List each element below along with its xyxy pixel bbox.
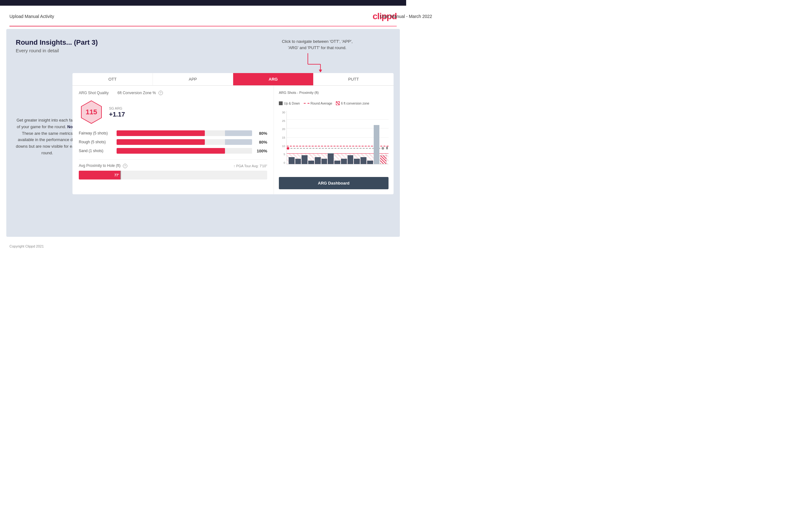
proximity-label-text: Avg Proximity to Hole (ft) [79,163,120,168]
pga-avg: ↑ PGA Tour Avg: 7'10" [234,164,267,168]
svg-marker-3 [319,70,322,72]
legend-round-avg: Round Average [304,102,333,105]
pct-fairway: 80% [255,131,267,136]
proximity-bar: 77' [79,171,267,179]
proximity-header: Avg Proximity to Hole (ft) ? ↑ PGA Tour … [79,163,267,168]
y-label-0: 0 [284,161,285,164]
top-bar [0,0,406,6]
card-body: ARG Shot Quality 6ft Conversion Zone % ?… [72,86,394,194]
nav-hint: Click to navigate between 'OTT', 'APP','… [282,39,353,72]
header-center-label: User Manual - March 2022 [380,14,406,19]
y-label-5: 5 [284,153,285,156]
bar-1 [289,157,295,164]
chart-title: ARG Shots - Proximity (ft) [279,91,319,95]
pct-rough: 80% [255,140,267,145]
header-left-label: Upload Manual Activity [9,14,54,19]
shot-row-sand: Sand (1 shots) 100% [79,148,267,154]
proximity-label: Avg Proximity to Hole (ft) ? [79,163,127,168]
nav-arrow [282,53,353,72]
bar-bg-rough [225,139,252,145]
proximity-bar-fill: 77' [79,171,120,179]
y-label-15: 15 [282,136,285,139]
legend-up-down: Up & Down [279,101,300,105]
tab-ott[interactable]: OTT [72,73,153,86]
chart-area: 30 25 20 15 10 5 0 [279,111,389,174]
nav-hint-text: Click to navigate between 'OTT', 'APP','… [282,39,353,50]
bar-9 [341,159,347,164]
proximity-section: Avg Proximity to Hole (ft) ? ↑ PGA Tour … [79,159,267,179]
section-header: ARG Shot Quality 6ft Conversion Zone % ? [79,91,267,95]
shot-row-fairway: Fairway (5 shots) 80% [79,130,267,136]
y-label-10: 10 [282,145,285,148]
right-panel: ARG Shots - Proximity (ft) Up & Down Rou… [274,86,394,194]
y-label-20: 20 [282,127,285,131]
tab-putt[interactable]: PUTT [313,73,394,86]
shot-row-rough: Rough (5 shots) 80% [79,139,267,145]
tab-arg[interactable]: ARG [233,73,313,86]
bar-8 [334,161,340,164]
chart-yaxis: 30 25 20 15 10 5 0 [279,111,287,164]
bar-14-tall [374,125,380,164]
y-label-30: 30 [282,111,285,114]
legend-conversion: 6 ft conversion zone [336,101,369,105]
legend-label-updown: Up & Down [284,102,300,105]
shot-rows: Fairway (5 shots) 80% Rough (5 shots) [79,130,267,154]
bar-10 [348,155,354,164]
sg-label: SG ARG [109,106,125,110]
chart-legend: Up & Down Round Average 6 ft conversion … [279,101,369,105]
sg-container: SG ARG +1.17 [109,106,125,118]
bar-4 [308,161,314,164]
legend-label-conversion: 6 ft conversion zone [341,102,369,105]
legend-hatched-icon [336,101,340,105]
copyright: Copyright Clippd 2021 [9,244,44,248]
bar-fill-rough [116,139,205,145]
bar-13 [367,161,373,164]
bar-12 [360,157,366,164]
hexagon-container: 115 SG ARG +1.17 [79,100,267,125]
bar-rough [116,139,252,145]
bar-3 [302,155,308,164]
footer: Copyright Clippd 2021 [0,239,406,253]
hexagon: 115 [79,100,104,125]
hexagon-value: 115 [86,108,97,116]
header: Upload Manual Activity User Manual - Mar… [0,6,406,26]
main-content: Round Insights... (Part 3) Every round i… [6,29,400,237]
bar-fill-fairway [116,130,205,136]
arg-dashboard-button[interactable]: ARG Dashboard [279,177,389,189]
tab-app[interactable]: APP [153,73,233,86]
shot-label-rough: Rough (5 shots) [79,140,113,144]
legend-label-roundavg: Round Average [311,102,333,105]
bar-fill-sand [116,148,225,154]
main-card: OTT APP ARG PUTT ARG Shot Quality 6ft Co… [72,73,394,194]
bar-7 [328,153,334,164]
bar-5 [315,157,321,164]
sg-value: +1.17 [109,111,125,118]
bar-sand [116,148,252,154]
bar-bg-fairway [225,130,252,136]
header-divider [9,26,397,26]
bar-6 [321,159,327,164]
bars-container [287,111,389,164]
help-icon[interactable]: ? [158,91,163,95]
proximity-value: 77' [114,173,119,177]
left-panel: ARG Shot Quality 6ft Conversion Zone % ?… [72,86,274,194]
bar-2 [295,159,301,164]
pct-sand: 100% [255,149,267,153]
y-label-25: 25 [282,119,285,122]
legend-dash-icon [304,103,309,104]
left-description: Get greater insight into each facet of y… [16,117,79,157]
legend-box-updown [279,101,283,105]
bar-15-hatched [380,155,387,164]
shot-label-fairway: Fairway (5 shots) [79,131,113,135]
shot-quality-label: ARG Shot Quality [79,91,109,95]
proximity-marker [120,171,121,179]
bar-fairway [116,130,252,136]
conversion-zone-label: 6ft Conversion Zone % [117,91,156,95]
shot-label-sand: Sand (1 shots) [79,149,113,153]
tabs-row: OTT APP ARG PUTT [72,73,394,86]
proximity-help-icon[interactable]: ? [123,164,127,168]
bar-11 [354,159,360,164]
chart-plot: 8 [287,111,389,164]
